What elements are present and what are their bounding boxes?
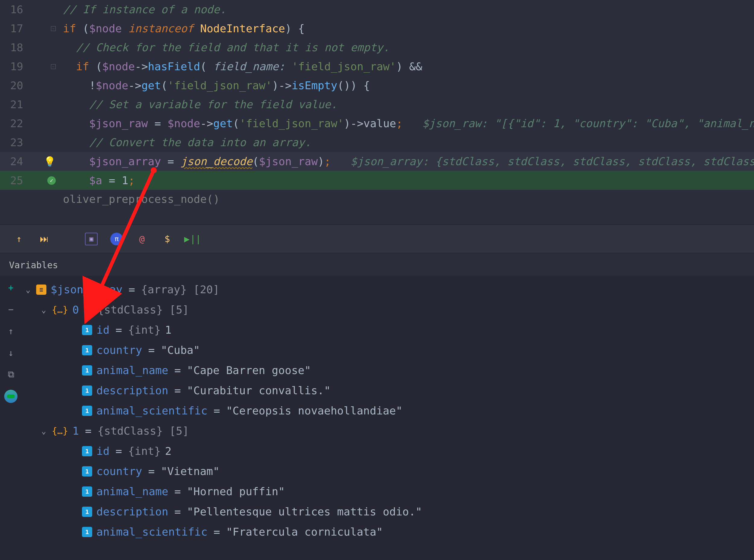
- prop-value: "Cereopsis novaehollandiae": [226, 404, 402, 417]
- code-line[interactable]: 19 − if ($node->hasField( field_name: 'f…: [0, 57, 754, 76]
- code-line[interactable]: 17 − if ($node instanceof NodeInterface)…: [0, 19, 754, 38]
- string: 'field_json_raw': [167, 79, 272, 92]
- keyword: if: [76, 60, 89, 73]
- code-line[interactable]: 21 // Set a variable for the field value…: [0, 95, 754, 114]
- line-number: 24: [7, 155, 23, 167]
- scalar-icon: 1: [82, 466, 92, 477]
- prop-name: animal_name: [97, 485, 168, 498]
- move-down-icon[interactable]: ↓: [4, 346, 17, 359]
- tree-prop-row[interactable]: 1 animal_scientific = "Fratercula cornic…: [22, 522, 754, 542]
- tree-prop-row[interactable]: 1 animal_name = "Horned puffin": [22, 481, 754, 502]
- debug-toolbar: ↑ ⏭ ▣ π @ $ ▶||: [0, 224, 754, 253]
- prop-name: id: [97, 445, 109, 457]
- prop-value: 1: [165, 324, 171, 336]
- variable: $node: [96, 79, 128, 92]
- variable: $json_array: [89, 155, 161, 167]
- console-icon[interactable]: ▣: [85, 233, 98, 245]
- code-line[interactable]: 24 💡 $json_array = json_decode($json_raw…: [0, 152, 754, 171]
- literal: 1: [122, 174, 128, 186]
- scalar-icon: 1: [82, 365, 92, 376]
- variables-tree[interactable]: ⌄ ≡ $json_array = {array} [20] ⌄ {…} 0 =…: [22, 276, 754, 560]
- variable: $node: [102, 60, 135, 73]
- check-icon: ✓: [47, 176, 56, 185]
- method-call: hasField: [148, 60, 200, 73]
- line-number: 21: [7, 98, 23, 111]
- scalar-icon: 1: [82, 486, 92, 497]
- code-line[interactable]: 23 // Convert the data into an array.: [0, 133, 754, 152]
- scalar-icon: 1: [82, 325, 92, 335]
- chevron-down-icon[interactable]: ⌄: [40, 305, 48, 314]
- string: 'field_json_raw': [292, 60, 396, 73]
- comment: // Check for the field and that it is no…: [76, 41, 389, 54]
- step-up-icon[interactable]: ↑: [13, 233, 25, 245]
- tree-prop-row[interactable]: 1 description = "Curabitur convallis.": [22, 380, 754, 401]
- tree-object-row[interactable]: ⌄ {…} 1 = {stdClass} [5]: [22, 421, 754, 441]
- tree-object-row[interactable]: ⌄ {…} 0 = {stdClass} [5]: [22, 300, 754, 320]
- prop-name: id: [97, 324, 109, 336]
- code-line[interactable]: 16 // If instance of a node.: [0, 0, 754, 19]
- string: 'field_json_raw': [239, 117, 344, 129]
- fold-handle-icon[interactable]: −: [51, 64, 56, 69]
- scope-label: oliver_preprocess_node(): [0, 190, 754, 208]
- assign: =: [148, 117, 167, 129]
- prop-name: description: [97, 384, 168, 397]
- keyword: instanceof: [128, 22, 194, 35]
- resume-icon[interactable]: ▶||: [186, 233, 199, 245]
- execution-line[interactable]: 25 ✓ $a = 1;: [0, 171, 754, 190]
- code-line[interactable]: 18 // Check for the field and that it is…: [0, 38, 754, 57]
- variables-sidebar: + − ↑ ↓ ⧉: [0, 276, 22, 560]
- variables-panel-title: Variables: [0, 253, 754, 276]
- prop-value: "Fratercula corniculata": [226, 526, 383, 538]
- tree-prop-row[interactable]: 1 description = "Pellentesque ultrices m…: [22, 502, 754, 522]
- variable-name: $json_array: [50, 283, 122, 296]
- comment: // Convert the data into an array.: [89, 136, 311, 148]
- tree-prop-row[interactable]: 1 country = "Vietnam": [22, 461, 754, 481]
- tree-prop-row[interactable]: 1 id = {int} 2: [22, 441, 754, 461]
- prop-value: "Horned puffin": [187, 485, 285, 498]
- remove-watch-icon[interactable]: −: [4, 303, 17, 316]
- tree-prop-row[interactable]: 1 animal_name = "Cape Barren goose": [22, 360, 754, 380]
- prop-value: "Pellentesque ultrices mattis odio.": [187, 505, 422, 518]
- inline-hint: $json_array: {stdClass, stdClass, stdCla…: [350, 155, 754, 167]
- evaluate-icon[interactable]: π: [110, 233, 123, 245]
- function-call: json_decode: [181, 155, 252, 167]
- tree-prop-row[interactable]: 1 animal_scientific = "Cereopsis novaeho…: [22, 401, 754, 421]
- move-up-icon[interactable]: ↑: [4, 325, 17, 337]
- tree-root-row[interactable]: ⌄ ≡ $json_array = {array} [20]: [22, 279, 754, 300]
- fold-handle-icon[interactable]: −: [51, 26, 56, 31]
- variable-type: {stdClass} [5]: [98, 303, 189, 316]
- variable: $node: [89, 22, 122, 35]
- scalar-icon: 1: [82, 527, 92, 537]
- prop-value: "Curabitur convallis.": [187, 384, 331, 397]
- variables-panel: + − ↑ ↓ ⧉ ⌄ ≡ $json_array = {array} [20]…: [0, 276, 754, 560]
- variable-name: 1: [72, 425, 79, 437]
- scalar-icon: 1: [82, 507, 92, 517]
- keyword: if: [63, 22, 76, 35]
- scalar-icon: 1: [82, 446, 92, 456]
- add-watch-icon[interactable]: +: [4, 281, 17, 294]
- object-icon: {…}: [52, 304, 68, 315]
- copy-icon[interactable]: ⧉: [4, 368, 17, 381]
- line-number: 18: [7, 41, 23, 54]
- dollar-icon[interactable]: $: [161, 233, 174, 245]
- prop-value: "Vietnam": [161, 465, 219, 477]
- method-call: get: [213, 117, 233, 129]
- tree-prop-row[interactable]: 1 country = "Cuba": [22, 340, 754, 360]
- chevron-down-icon[interactable]: ⌄: [40, 426, 48, 436]
- variable: $json_raw: [259, 155, 318, 167]
- method-call: isEmpty: [292, 79, 338, 92]
- line-number: 23: [7, 136, 23, 148]
- avatar-icon[interactable]: [4, 390, 18, 403]
- chevron-down-icon[interactable]: ⌄: [24, 285, 32, 294]
- bulb-icon[interactable]: 💡: [44, 156, 56, 167]
- step-skip-icon[interactable]: ⏭: [38, 233, 50, 245]
- variable: $node: [167, 117, 200, 129]
- at-icon[interactable]: @: [136, 233, 148, 245]
- prop-name: description: [97, 505, 168, 518]
- code-line[interactable]: 22 $json_raw = $node->get('field_json_ra…: [0, 114, 754, 133]
- code-line[interactable]: 20 !$node->get('field_json_raw')->isEmpt…: [0, 76, 754, 95]
- prop-name: animal_name: [97, 364, 168, 377]
- code-editor[interactable]: 16 // If instance of a node. 17 − if ($n…: [0, 0, 754, 224]
- tree-prop-row[interactable]: 1 id = {int} 1: [22, 320, 754, 340]
- variable-type: {array} [20]: [141, 283, 219, 296]
